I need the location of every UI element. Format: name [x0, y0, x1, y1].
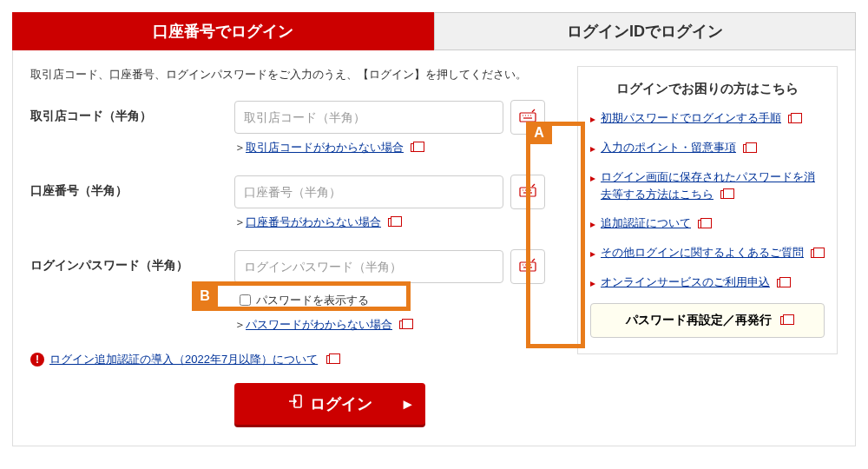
popup-icon [388, 218, 398, 227]
show-password-checkbox[interactable] [240, 294, 251, 306]
chevron-right-icon: ▸ [404, 394, 411, 413]
password-input[interactable] [234, 250, 503, 283]
popup-icon [777, 279, 786, 287]
help-branch-link[interactable]: 取引店コードがわからない場合 [246, 141, 404, 154]
branch-code-input[interactable] [234, 101, 503, 134]
keyboard-icon [519, 183, 536, 200]
login-icon [287, 393, 303, 413]
tab-login-id[interactable]: ログインIDでログイン [434, 12, 856, 50]
caret-icon: ▸ [590, 246, 595, 261]
side-link-0[interactable]: 初期パスワードでログインする手順 [601, 111, 781, 124]
side-link-2[interactable]: ログイン画面に保存されたパスワードを消去等する方法はこちら [601, 170, 815, 201]
show-password-label: パスワードを表示する [256, 293, 369, 308]
software-keyboard-button[interactable] [510, 249, 545, 284]
tab-account-number[interactable]: 口座番号でログイン [12, 12, 434, 50]
side-link-5[interactable]: オンラインサービスのご利用申込 [601, 275, 770, 288]
label-branch: 取引店コード（半角） [30, 100, 234, 124]
caret-icon: ▸ [590, 275, 595, 291]
help-password-link[interactable]: パスワードがわからない場合 [246, 318, 392, 331]
popup-icon [399, 320, 409, 329]
side-link-4[interactable]: その他ログインに関するよくあるご質問 [601, 246, 804, 259]
popup-icon [411, 143, 420, 152]
login-button-label: ログイン [310, 393, 372, 414]
popup-icon [811, 249, 820, 258]
popup-icon [788, 115, 798, 123]
help-account-link[interactable]: 口座番号がわからない場合 [246, 215, 381, 228]
software-keyboard-button[interactable] [510, 100, 545, 135]
popup-icon [326, 355, 336, 364]
popup-icon [698, 220, 707, 228]
popup-icon [780, 316, 790, 325]
popup-icon [743, 144, 753, 153]
popup-icon [720, 190, 730, 199]
caret-icon: ▸ [590, 170, 595, 186]
help-panel-title: ログインでお困りの方はこちら [590, 81, 825, 97]
svg-rect-0 [520, 113, 536, 122]
caret-icon: ▸ [590, 111, 595, 127]
side-link-1[interactable]: 入力のポイント・留意事項 [601, 141, 736, 154]
password-reset-label: パスワード再設定／再発行 [626, 313, 772, 328]
instructions: 取引店コード、口座番号、ログインパスワードをご入力のうえ、【ログイン】を押してく… [30, 66, 560, 84]
svg-rect-6 [520, 188, 536, 196]
password-reset-button[interactable]: パスワード再設定／再発行 [590, 303, 825, 338]
caret-icon: ▸ [590, 141, 595, 156]
side-link-3[interactable]: 追加認証について [601, 216, 691, 229]
caret-icon: ▸ [590, 216, 595, 232]
software-keyboard-button[interactable] [510, 175, 545, 209]
label-password: ログインパスワード（半角） [30, 249, 234, 274]
warning-icon: ! [30, 353, 44, 367]
login-button[interactable]: ログイン ▸ [234, 383, 425, 425]
keyboard-icon [519, 258, 536, 274]
svg-rect-12 [520, 262, 536, 271]
account-number-input[interactable] [234, 175, 503, 208]
keyboard-icon [519, 109, 536, 125]
label-account: 口座番号（半角） [30, 175, 234, 199]
additional-auth-notice-link[interactable]: ログイン追加認証の導入（2022年7月以降）について [49, 352, 318, 367]
